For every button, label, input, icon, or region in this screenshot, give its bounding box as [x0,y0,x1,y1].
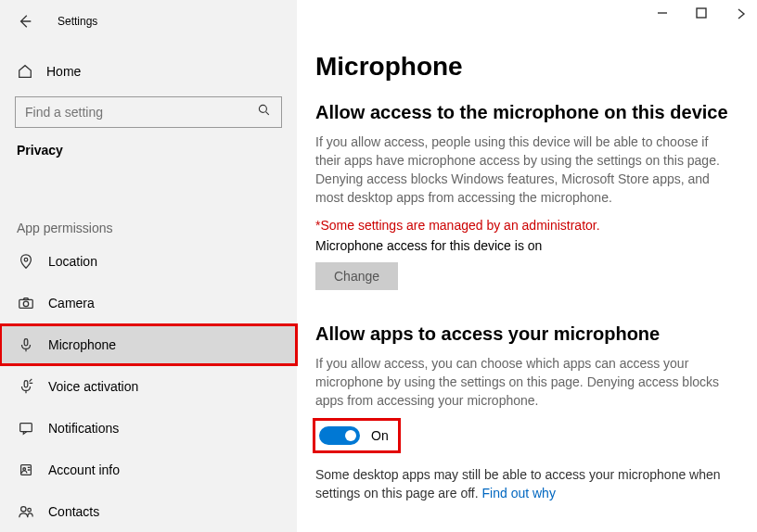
titlebar: Settings [0,9,297,33]
sidebar-item-account-info[interactable]: Account info [0,449,297,490]
camera-icon [17,295,35,311]
sidebar-item-contacts[interactable]: Contacts [0,490,297,532]
search-box[interactable] [15,96,282,128]
window-title: Settings [58,15,97,28]
section2-desc: If you allow access, you can choose whic… [315,354,724,410]
main-content: Microphone Allow access to the microphon… [297,0,757,532]
notifications-icon [17,420,35,437]
home-icon [17,63,35,80]
svg-rect-4 [24,339,28,346]
sidebar-item-home[interactable]: Home [0,56,297,87]
svg-point-10 [28,508,32,512]
category-label: Privacy [0,143,297,158]
sidebar-item-microphone[interactable]: Microphone [0,324,297,366]
sidebar-item-location[interactable]: Location [0,241,297,283]
svg-point-1 [24,259,28,262]
change-button[interactable]: Change [315,262,398,290]
sidebar-item-label: Camera [48,296,95,310]
location-icon [17,253,35,270]
back-icon[interactable] [17,13,33,30]
microphone-icon [17,336,35,353]
apps-access-toggle-wrap: On [315,421,398,450]
svg-rect-11 [697,8,706,18]
access-status: Microphone access for this device is on [315,238,729,253]
sidebar-item-label: Contacts [48,504,99,519]
sidebar-item-voice-activation[interactable]: Voice activation [0,365,297,407]
footer-note: Some desktop apps may still be able to a… [315,465,724,502]
search-icon [257,103,272,120]
svg-point-0 [259,106,266,113]
window-controls [657,7,748,22]
page-title: Microphone [315,52,729,82]
svg-rect-5 [24,381,28,387]
home-label: Home [46,64,81,79]
toggle-label: On [371,428,389,443]
svg-point-9 [21,506,26,511]
find-out-why-link[interactable]: Find out why [482,486,556,500]
sidebar-item-label: Voice activation [48,379,138,394]
account-info-icon [17,462,35,478]
maximize-button[interactable] [696,7,707,22]
sidebar: Settings Home Privacy App permissions Lo… [0,0,297,532]
sidebar-item-label: Account info [48,462,120,477]
voice-activation-icon [17,378,35,395]
sidebar-item-notifications[interactable]: Notifications [0,407,297,449]
sidebar-item-label: Location [48,254,97,269]
search-input[interactable] [25,105,257,120]
admin-note: *Some settings are managed by an adminis… [315,218,729,233]
search-wrap [0,96,297,128]
svg-point-8 [23,467,26,470]
section1-desc: If you allow access, people using this d… [315,133,724,207]
svg-rect-6 [20,423,32,431]
minimize-button[interactable] [657,7,668,22]
section2-title: Allow apps to access your microphone [315,323,729,345]
apps-access-toggle[interactable] [319,426,360,445]
sidebar-item-camera[interactable]: Camera [0,283,297,324]
sidebar-item-label: Microphone [48,337,116,352]
svg-point-3 [23,301,28,306]
toggle-knob [345,430,356,441]
section1-title: Allow access to the microphone on this d… [315,102,729,123]
contacts-icon [17,503,35,520]
section-label: App permissions [0,221,297,235]
sidebar-item-label: Notifications [48,421,119,436]
next-arrow-icon[interactable] [735,7,748,22]
